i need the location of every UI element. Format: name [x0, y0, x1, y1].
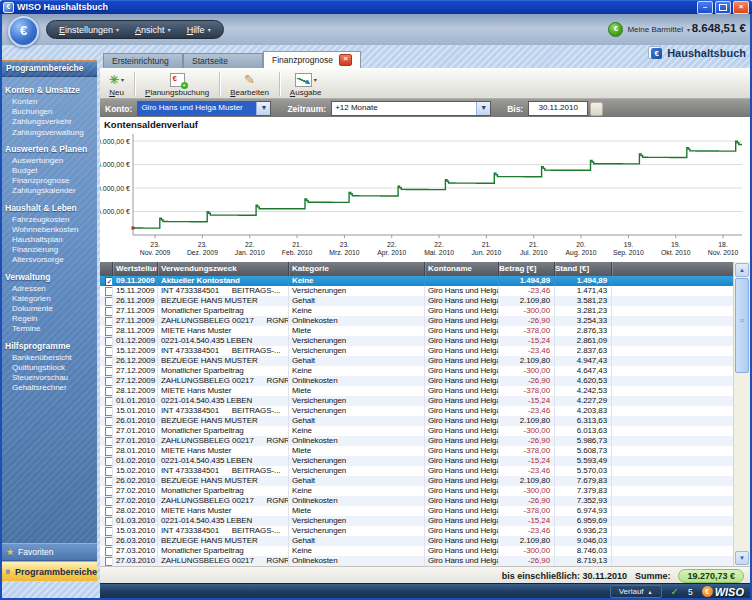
- row-checkbox[interactable]: ✓: [105, 277, 113, 286]
- table-row[interactable]: 15.12.2009INT 4733384501 BEITRAGS-...Ver…: [100, 346, 734, 356]
- app-orb-button[interactable]: €: [8, 16, 39, 47]
- row-checkbox[interactable]: [105, 357, 113, 366]
- row-checkbox[interactable]: [105, 477, 113, 486]
- scroll-down-button[interactable]: ▼: [735, 551, 749, 565]
- sidebar-item-finanzierung[interactable]: Finanzierung: [0, 245, 97, 255]
- sidebar-item-steuervorschau[interactable]: Steuervorschau: [0, 373, 97, 383]
- table-row[interactable]: 26.02.2010BEZUEGE HANS MUSTERGehaltGiro …: [100, 476, 734, 486]
- table-row[interactable]: 28.01.2010MIETE Hans MusterMieteGiro Han…: [100, 446, 734, 456]
- row-checkbox[interactable]: [105, 377, 113, 386]
- row-checkbox[interactable]: [105, 287, 113, 296]
- zeitraum-select[interactable]: +12 Monate ▼: [331, 101, 491, 116]
- wallet-dropdown[interactable]: € Meine Barmittel ▾: [608, 22, 690, 37]
- table-row[interactable]: 26.12.2009BEZUEGE HANS MUSTERGehaltGiro …: [100, 356, 734, 366]
- table-row[interactable]: 15.11.2009INT 4733384501 BEITRAGS-...Ver…: [100, 286, 734, 296]
- row-checkbox[interactable]: [105, 427, 113, 436]
- sidebar-item-budget[interactable]: Budget: [0, 166, 97, 176]
- sidebar-item-zahlungskalender[interactable]: Zahlungskalender: [0, 186, 97, 196]
- sidebar-item-finanzprognose[interactable]: Finanzprognose: [0, 176, 97, 186]
- row-checkbox[interactable]: [105, 517, 113, 526]
- row-checkbox[interactable]: [105, 467, 113, 476]
- row-checkbox[interactable]: [105, 447, 113, 456]
- table-row[interactable]: 26.01.2010BEZUEGE HANS MUSTERGehaltGiro …: [100, 416, 734, 426]
- table-row[interactable]: 01.01.20100221-014.540.435 LEBENVersiche…: [100, 396, 734, 406]
- column-header-2[interactable]: Verwendungszweck: [158, 262, 289, 276]
- table-row[interactable]: 15.02.2010INT 4733384501 BEITRAGS-...Ver…: [100, 466, 734, 476]
- row-checkbox[interactable]: [105, 327, 113, 336]
- row-checkbox[interactable]: [105, 547, 113, 556]
- row-checkbox[interactable]: [105, 557, 113, 566]
- tab-startseite[interactable]: Startseite: [183, 53, 263, 68]
- scrollbar-thumb[interactable]: [735, 278, 749, 373]
- menu-item-einstellungen[interactable]: Einstellungen▾: [59, 25, 119, 35]
- sidebar-item-fahrzeugkosten[interactable]: Fahrzeugkosten: [0, 215, 97, 225]
- row-checkbox[interactable]: [105, 497, 113, 506]
- tab-ersteinrichtung[interactable]: Ersteinrichtung: [103, 53, 183, 68]
- table-row[interactable]: ✓09.11.2009Aktueller KontostandKeine1.49…: [100, 276, 734, 286]
- scroll-up-button[interactable]: ▲: [735, 263, 749, 277]
- table-row[interactable]: 26.11.2009BEZUEGE HANS MUSTERGehaltGiro …: [100, 296, 734, 306]
- row-checkbox[interactable]: [105, 457, 113, 466]
- chevron-down-icon[interactable]: ▼: [476, 102, 490, 115]
- column-header-4[interactable]: Kontoname: [425, 262, 499, 276]
- sidebar-item-zahlungsverwaltung[interactable]: Zahlungsverwaltung: [0, 128, 97, 138]
- row-checkbox[interactable]: [105, 397, 113, 406]
- sidebar-item-termine[interactable]: Termine: [0, 324, 97, 334]
- sidebar-item-haushaltsplan[interactable]: Haushaltsplan: [0, 235, 97, 245]
- table-row[interactable]: 01.02.20100221-014.540.435 LEBENVersiche…: [100, 456, 734, 466]
- sidebar-item-buchungen[interactable]: Buchungen: [0, 107, 97, 117]
- row-checkbox[interactable]: [105, 437, 113, 446]
- sidebar-item-regeln[interactable]: Regeln: [0, 314, 97, 324]
- table-row[interactable]: 28.12.2009MIETE Hans MusterMieteGiro Han…: [100, 386, 734, 396]
- sidebar-item-wohnnebenkosten[interactable]: Wohnnebenkosten: [0, 225, 97, 235]
- row-checkbox[interactable]: [105, 407, 113, 416]
- table-row[interactable]: 28.02.2010MIETE Hans MusterMieteGiro Han…: [100, 506, 734, 516]
- sidebar-item-gehaltsrechner[interactable]: Gehaltsrechner: [0, 383, 97, 393]
- restore-button[interactable]: [715, 1, 731, 14]
- table-row[interactable]: 27.12.2009Monatlicher SparbeitragKeineGi…: [100, 366, 734, 376]
- sidebar-item-konten[interactable]: Konten: [0, 97, 97, 107]
- column-header-1[interactable]: Wertstellung▵: [113, 262, 158, 276]
- table-row[interactable]: 27.01.2010ZAHLUNGSBELEG 00217 RGNR....On…: [100, 436, 734, 446]
- sidebar-item-quittungsblock[interactable]: Quittungsblock: [0, 363, 97, 373]
- sidebar-item-kategorien[interactable]: Kategorien: [0, 294, 97, 304]
- row-checkbox[interactable]: [105, 487, 113, 496]
- row-checkbox[interactable]: [105, 417, 113, 426]
- row-checkbox[interactable]: [105, 537, 113, 546]
- table-row[interactable]: 01.03.20100221-014.540.435 LEBENVersiche…: [100, 516, 734, 526]
- tab-finanzprognose[interactable]: Finanzprognose×: [263, 51, 361, 68]
- row-checkbox[interactable]: [105, 367, 113, 376]
- column-header-3[interactable]: Kategorie: [289, 262, 425, 276]
- row-checkbox[interactable]: [105, 347, 113, 356]
- verlauf-button[interactable]: Verlauf ▲: [610, 585, 662, 598]
- bearbeiten-button[interactable]: ✎Bearbeiten: [221, 69, 278, 99]
- calendar-picker-button[interactable]: [590, 102, 603, 116]
- row-checkbox[interactable]: [105, 507, 113, 516]
- table-row[interactable]: 27.01.2010Monatlicher SparbeitragKeineGi…: [100, 426, 734, 436]
- table-row[interactable]: 27.11.2009Monatlicher SparbeitragKeineGi…: [100, 306, 734, 316]
- table-row[interactable]: 27.11.2009ZAHLUNGSBELEG 00217 RGNR....On…: [100, 316, 734, 326]
- row-checkbox[interactable]: [105, 317, 113, 326]
- konto-select[interactable]: Giro Hans und Helga Muster ▼: [137, 101, 271, 116]
- sidebar-item-bankenübersicht[interactable]: Bankenübersicht: [0, 353, 97, 363]
- sidebar-item-adressen[interactable]: Adressen: [0, 284, 97, 294]
- table-row[interactable]: 27.02.2010ZAHLUNGSBELEG 00217 RGNR....On…: [100, 496, 734, 506]
- menu-item-ansicht[interactable]: Ansicht▾: [135, 25, 171, 35]
- table-row[interactable]: 27.12.2009ZAHLUNGSBELEG 00217 RGNR....On…: [100, 376, 734, 386]
- row-checkbox[interactable]: [105, 387, 113, 396]
- menu-item-hilfe[interactable]: Hilfe▾: [187, 25, 211, 35]
- table-row[interactable]: 15.03.2010INT 4733384501 BEITRAGS-...Ver…: [100, 526, 734, 536]
- sidebar-item-dokumente[interactable]: Dokumente: [0, 304, 97, 314]
- sidebar-item-altersvorsorge[interactable]: Altersvorsorge: [0, 255, 97, 265]
- row-checkbox[interactable]: [105, 527, 113, 536]
- column-header-6[interactable]: Stand [€]: [555, 262, 612, 276]
- table-row[interactable]: 01.12.20090221-014.540.435 LEBENVersiche…: [100, 336, 734, 346]
- planungsbuchung-button[interactable]: Planungsbuchung: [136, 69, 218, 99]
- sidebar-item-zahlungsverkehr[interactable]: Zahlungsverkehr: [0, 117, 97, 127]
- table-row[interactable]: 28.11.2009MIETE Hans MusterMieteGiro Han…: [100, 326, 734, 336]
- bis-date-field[interactable]: 30.11.2010: [528, 101, 588, 116]
- row-checkbox[interactable]: [105, 337, 113, 346]
- table-row[interactable]: 26.03.2010BEZUEGE HANS MUSTERGehaltGiro …: [100, 536, 734, 546]
- table-row[interactable]: 15.01.2010INT 4733384501 BEITRAGS-...Ver…: [100, 406, 734, 416]
- vertical-scrollbar[interactable]: ▲ ▼: [733, 262, 750, 566]
